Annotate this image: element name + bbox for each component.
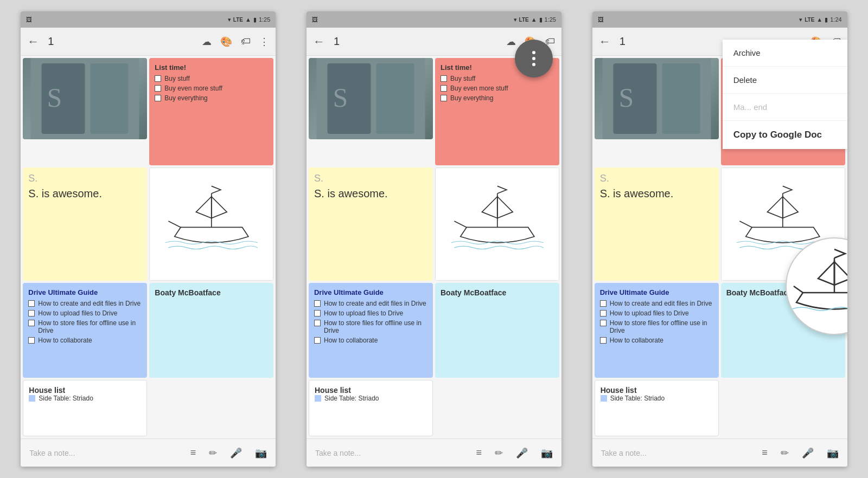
take-note-placeholder-1[interactable]: Take a note...	[29, 449, 177, 457]
checkbox-label-1-1: Buy stuff	[164, 75, 189, 82]
checkbox-1-2: Buy even more stuff	[155, 85, 268, 92]
image-svg-1: S	[23, 58, 147, 139]
dropdown-copy-google-doc[interactable]: Copy to Google Doc	[723, 121, 847, 149]
s-label-1: S.	[28, 173, 142, 184]
drive-checkbox-2-3	[314, 320, 321, 326]
drive-label-2-2: How to upload files to Drive	[324, 309, 403, 317]
drive-item-2-1: How to create and edit files in Drive	[314, 300, 427, 307]
toolbar-1: ← 1 ☁ 🎨 🏷 ⋮	[21, 28, 276, 56]
drive-item-1-3: How to store files for offline use in Dr…	[28, 319, 142, 334]
house-note-1[interactable]: House list Side Table: Striado	[23, 380, 147, 436]
signal-icon-2: ▲	[531, 16, 537, 23]
take-note-placeholder-2[interactable]: Take a note...	[315, 449, 463, 457]
ship-note-2[interactable]	[435, 167, 559, 281]
drive-item-3-4: How to collaborate	[600, 337, 713, 344]
image-note-1[interactable]: S	[23, 58, 147, 139]
drive-label-3-4: How to collaborate	[610, 337, 663, 344]
more-icon-1[interactable]: ⋮	[259, 36, 269, 48]
cloud-icon-1[interactable]: ☁	[202, 36, 212, 48]
house-note-3[interactable]: House list Side Table: Striado	[595, 380, 719, 436]
status-sim-icon-1: 🖼	[26, 16, 32, 23]
drive-label-1-2: How to upload files to Drive	[38, 309, 117, 317]
status-bar-3: 🖼 ▾ LTE ▲ ▮ 1:24	[592, 11, 847, 28]
content-area-2: S List time! Buy stuff Buy even more stu…	[307, 56, 561, 438]
boaty-note-2[interactable]: Boaty McBoatface	[435, 283, 559, 378]
drive-checkbox-1-1	[28, 300, 35, 307]
house-checkbox-3-1	[601, 395, 607, 402]
s-text-2: S. is awesome.	[314, 186, 427, 201]
cloud-icon-2[interactable]: ☁	[506, 36, 516, 48]
house-title-3: House list	[601, 386, 713, 395]
dropdown-delete[interactable]: Delete	[723, 67, 847, 93]
list-icon-3[interactable]: ≡	[762, 447, 768, 458]
drive-checkbox-3-3	[600, 320, 607, 326]
ship-note-1[interactable]	[149, 167, 273, 281]
ship-drawing-1	[150, 168, 273, 280]
pencil-icon-1[interactable]: ✏	[209, 447, 217, 459]
ship-note-container-3	[721, 167, 845, 281]
drive-note-3[interactable]: Drive Ultimate Guide How to create and e…	[595, 283, 719, 378]
boaty-note-1[interactable]: Boaty McBoatface	[149, 283, 273, 378]
ship-svg-2	[448, 179, 547, 269]
checkbox-label-2-2: Buy even more stuff	[450, 85, 508, 92]
lte-label-3: LTE	[805, 17, 814, 23]
checkbox-label-1-2: Buy even more stuff	[164, 85, 222, 92]
pink-note-1[interactable]: List time! Buy stuff Buy even more stuff…	[149, 58, 273, 165]
drive-note-1[interactable]: Drive Ultimate Guide How to create and e…	[23, 283, 147, 378]
wifi-icon-3: ▾	[799, 16, 802, 23]
yellow-note-3[interactable]: S. S. is awesome.	[595, 167, 719, 281]
mic-icon-2[interactable]: 🎤	[516, 447, 528, 459]
list-icon-1[interactable]: ≡	[190, 447, 196, 458]
svg-line-5	[168, 221, 181, 227]
pencil-icon-2[interactable]: ✏	[495, 447, 503, 459]
more-fab-button[interactable]	[515, 40, 553, 77]
ship-svg-1	[162, 179, 261, 269]
image-note-3[interactable]: S	[595, 58, 719, 139]
take-note-placeholder-3[interactable]: Take a note...	[601, 449, 749, 457]
drive-item-3-2: How to upload files to Drive	[600, 309, 713, 317]
dropdown-archive[interactable]: Archive	[723, 40, 847, 66]
drive-label-3-2: How to upload files to Drive	[610, 309, 689, 317]
checkbox-box-1-3	[155, 95, 161, 101]
camera-icon-2[interactable]: 📷	[541, 447, 553, 459]
bottom-bar-1: Take a note... ≡ ✏ 🎤 📷	[21, 438, 276, 467]
status-icons-2: ▾ LTE ▲ ▮ 1:25	[514, 16, 556, 23]
house-item-2-1: Side Table: Striado	[315, 395, 427, 402]
pencil-icon-3[interactable]: ✏	[781, 447, 789, 459]
image-note-2[interactable]: S	[309, 58, 433, 139]
yellow-note-1[interactable]: S. S. is awesome.	[23, 167, 147, 281]
yellow-note-2[interactable]: S. S. is awesome.	[309, 167, 433, 281]
drive-item-1-2: How to upload files to Drive	[28, 309, 142, 317]
mic-icon-1[interactable]: 🎤	[230, 447, 242, 459]
mic-icon-3[interactable]: 🎤	[802, 447, 814, 459]
s-text-3: S. is awesome.	[600, 186, 713, 201]
svg-rect-8	[376, 63, 414, 134]
back-button-3[interactable]: ←	[599, 35, 611, 49]
time-1: 1:25	[259, 16, 270, 23]
drive-item-1-4: How to collaborate	[28, 337, 142, 344]
checkbox-2-3: Buy everything	[441, 94, 554, 102]
drive-note-2[interactable]: Drive Ultimate Guide How to create and e…	[309, 283, 433, 378]
camera-icon-3[interactable]: 📷	[827, 447, 839, 459]
house-checkbox-1-1	[29, 395, 35, 402]
camera-icon-1[interactable]: 📷	[255, 447, 267, 459]
dropdown-make-copy[interactable]: Ma... end	[723, 94, 847, 120]
count-label-1: 1	[48, 35, 193, 48]
back-button-1[interactable]: ←	[27, 35, 39, 49]
drive-checkbox-1-3	[28, 320, 35, 326]
svg-line-17	[740, 221, 752, 227]
checkbox-1-1: Buy stuff	[155, 75, 268, 82]
house-title-2: House list	[315, 386, 427, 395]
ship-drawing-2	[436, 168, 559, 280]
label-icon-1[interactable]: 🏷	[241, 36, 251, 47]
drive-checkbox-1-2	[28, 310, 35, 316]
palette-icon-1[interactable]: 🎨	[220, 36, 232, 48]
back-button-2[interactable]: ←	[313, 35, 325, 49]
house-note-2[interactable]: House list Side Table: Striado	[309, 380, 433, 436]
fab-dots-inner	[532, 51, 535, 66]
s-label-3: S.	[600, 173, 713, 184]
drive-checkbox-1-4	[28, 337, 35, 344]
drive-title-1: Drive Ultimate Guide	[28, 288, 142, 296]
list-icon-2[interactable]: ≡	[476, 447, 482, 458]
drive-item-2-3: How to store files for offline use in Dr…	[314, 319, 427, 334]
